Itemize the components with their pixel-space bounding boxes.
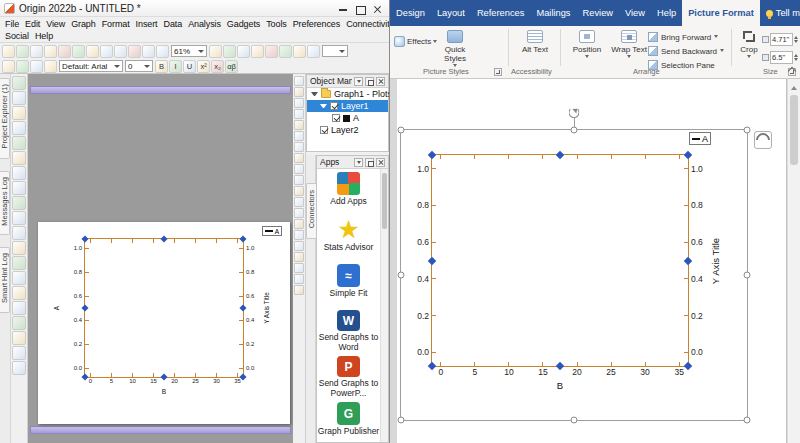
undo-icon[interactable] <box>128 45 141 58</box>
pasted-graph-image[interactable]: 051015202530350.00.00.20.20.40.40.60.60.… <box>431 154 689 367</box>
double-y-plot-icon[interactable] <box>12 181 26 195</box>
spin-up-icon[interactable] <box>794 34 798 39</box>
app-list-item[interactable]: G Graph Publisher <box>317 399 380 442</box>
bold-icon[interactable]: B <box>155 60 168 73</box>
circle-tool-icon[interactable] <box>294 252 304 262</box>
scale-out-tool-icon[interactable] <box>294 98 304 108</box>
app-list-item[interactable]: P Send Graphs to PowerP... <box>317 353 380 399</box>
app-list-item[interactable]: ≈ Simple Fit <box>317 261 380 307</box>
3d-scatter-plot-icon[interactable] <box>12 211 26 225</box>
tab-picture-format[interactable]: Picture Format <box>682 0 760 26</box>
origin-titlebar[interactable]: Origin 2022b - UNTITLED * <box>0 0 389 17</box>
rotate-handle[interactable] <box>569 107 580 118</box>
graph-window-bottom-bar[interactable] <box>30 426 291 434</box>
import-excel-icon[interactable] <box>86 45 99 58</box>
project-explorer-icon[interactable] <box>156 45 169 58</box>
resize-handle-top[interactable] <box>571 127 578 134</box>
bar-plot-icon[interactable] <box>12 136 26 150</box>
date-time-stamp-tool-icon[interactable] <box>294 274 304 284</box>
layout-options-button[interactable] <box>754 131 772 149</box>
pan-tool-icon[interactable] <box>294 109 304 119</box>
scatter-plot-icon[interactable] <box>12 91 26 105</box>
scale-in-tool-icon[interactable] <box>294 87 304 97</box>
menu-insert[interactable]: Insert <box>133 19 161 29</box>
pointer-tool-icon[interactable] <box>294 76 304 86</box>
pie-chart-icon[interactable] <box>12 166 26 180</box>
menu-preferences[interactable]: Preferences <box>290 19 343 29</box>
plot-area[interactable]: 051015202530350.00.00.20.20.40.40.60.60.… <box>431 154 689 367</box>
extract-layers-icon[interactable] <box>251 45 264 58</box>
menu-graph[interactable]: Graph <box>68 19 99 29</box>
object-manager-header[interactable]: Object Manager <box>307 75 388 88</box>
box-chart-icon[interactable] <box>12 271 26 285</box>
tab-references[interactable]: References <box>471 0 531 26</box>
scrollbar-thumb[interactable] <box>382 173 387 229</box>
insert-notes-icon[interactable] <box>44 60 57 73</box>
tell-me-box[interactable]: Tell me <box>760 0 800 26</box>
shape-height-field[interactable]: 4.71" <box>762 32 799 46</box>
ternary-plot-icon[interactable] <box>12 331 26 345</box>
line-symbol-plot-icon[interactable] <box>12 106 26 120</box>
redo-icon[interactable] <box>142 45 155 58</box>
menu-gadgets[interactable]: Gadgets <box>224 19 263 29</box>
polyline-tool-icon[interactable] <box>294 219 304 229</box>
tab-design[interactable]: Design <box>390 0 431 26</box>
merge-graphs-icon[interactable] <box>265 45 278 58</box>
template-library-icon[interactable] <box>12 361 26 375</box>
contour-plot-icon[interactable] <box>12 241 26 255</box>
scrollbar-thumb[interactable] <box>790 95 798 165</box>
layer-selection-handle[interactable] <box>684 256 692 264</box>
menu-social[interactable]: Social <box>2 31 32 41</box>
tab-layout[interactable]: Layout <box>431 0 471 26</box>
resize-handle-bottomleft[interactable] <box>398 417 405 424</box>
smart-hint-log-tab[interactable]: Smart Hint Log <box>0 247 10 313</box>
resize-handle-bottom[interactable] <box>571 417 578 424</box>
selected-picture[interactable]: A 051015202530350.00.00.20.20.40.40.60.6… <box>400 129 748 421</box>
spin-up-icon[interactable] <box>794 52 798 57</box>
picture-styles-dialog-launcher-icon[interactable] <box>494 68 502 76</box>
panel-close-icon[interactable] <box>376 158 385 167</box>
layer-selection-handle[interactable] <box>239 304 246 311</box>
style-combo-icon[interactable] <box>2 60 15 73</box>
apps-scrollbar[interactable] <box>380 169 388 442</box>
import-wizard-icon[interactable] <box>72 45 85 58</box>
font-combo[interactable]: Default: Arial <box>59 60 123 72</box>
scroll-up-icon[interactable] <box>788 79 800 93</box>
apps-panel-header[interactable]: Apps <box>317 156 388 169</box>
window-selector-combo[interactable] <box>322 45 348 57</box>
fit-page-icon[interactable] <box>307 45 320 58</box>
panel-menu-icon[interactable] <box>354 77 363 86</box>
spin-down-icon[interactable] <box>794 40 798 45</box>
messages-log-tab[interactable]: Messages Log <box>0 171 10 236</box>
tab-mailings[interactable]: Mailings <box>530 0 576 26</box>
layer-selection-handle[interactable] <box>428 362 436 370</box>
text-tool-icon[interactable] <box>294 175 304 185</box>
layer-selection-handle[interactable] <box>160 373 167 380</box>
layer-selection-handle[interactable] <box>428 256 436 264</box>
layer-selection-handle[interactable] <box>81 373 88 380</box>
menu-format[interactable]: Format <box>99 19 133 29</box>
panel-menu-icon[interactable] <box>354 158 363 167</box>
tree-item-layer1[interactable]: Layer1 <box>307 100 388 112</box>
word-document-area[interactable]: A 051015202530350.00.00.20.20.40.40.60.6… <box>390 79 800 443</box>
document-scrollbar[interactable] <box>787 79 800 443</box>
tree-item-plot-a[interactable]: A <box>307 112 388 124</box>
tree-item-layer2[interactable]: Layer2 <box>307 124 388 136</box>
panel-close-icon[interactable] <box>376 77 385 86</box>
app-list-item[interactable]: Add Apps <box>317 169 380 215</box>
insert-table-icon[interactable] <box>16 60 29 73</box>
print-icon[interactable] <box>58 45 71 58</box>
greek-icon[interactable]: αβ <box>225 60 238 73</box>
panel-dock-icon[interactable] <box>365 77 374 86</box>
violin-plot-icon[interactable] <box>12 301 26 315</box>
plot-visibility-checkbox[interactable] <box>332 114 340 122</box>
rescale-axes-icon[interactable] <box>209 45 222 58</box>
stacked-lines-plot-icon[interactable] <box>12 196 26 210</box>
theme-gallery-icon[interactable] <box>293 45 306 58</box>
project-explorer-tab[interactable]: Project Explorer (1) <box>0 78 10 159</box>
graph-legend[interactable]: A <box>262 226 282 236</box>
layer-selection-handle[interactable] <box>428 151 436 159</box>
layer1-visibility-checkbox[interactable] <box>330 102 338 110</box>
send-backward-button[interactable]: Send Backward <box>648 45 728 57</box>
connectors-panel-tab[interactable]: Connectors <box>306 183 316 239</box>
